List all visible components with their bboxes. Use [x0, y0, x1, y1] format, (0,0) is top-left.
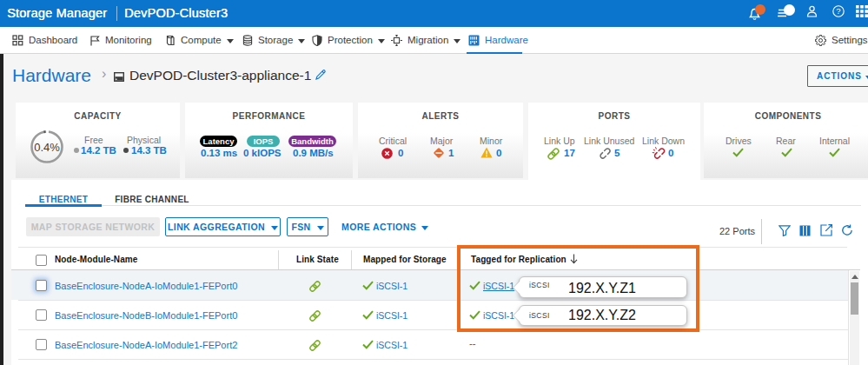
svg-text:0.4%: 0.4% [34, 141, 60, 154]
svg-text:?: ? [836, 6, 840, 16]
